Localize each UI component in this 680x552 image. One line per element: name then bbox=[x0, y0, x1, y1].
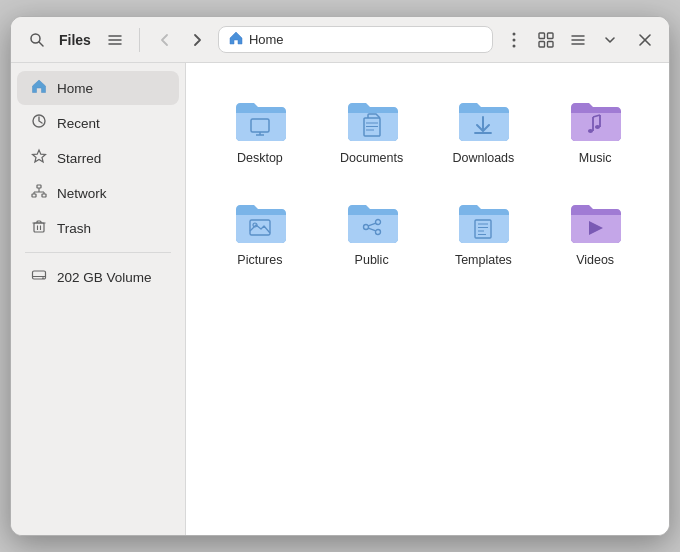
folder-icon-music bbox=[567, 93, 623, 145]
recent-icon bbox=[31, 113, 47, 133]
svg-line-1 bbox=[39, 42, 43, 46]
svg-marker-18 bbox=[33, 150, 46, 162]
file-grid: Desktop bbox=[206, 83, 649, 277]
svg-point-7 bbox=[513, 44, 516, 47]
back-button[interactable] bbox=[150, 25, 180, 55]
svg-point-32 bbox=[42, 277, 44, 279]
file-item-desktop[interactable]: Desktop bbox=[206, 83, 314, 175]
sidebar-item-starred[interactable]: Starred bbox=[17, 141, 179, 175]
sidebar: Home Recent Starred bbox=[11, 63, 186, 535]
main-content: Home Recent Starred bbox=[11, 63, 669, 535]
file-label-public: Public bbox=[355, 253, 389, 267]
close-button[interactable] bbox=[631, 26, 659, 54]
file-label-documents: Documents bbox=[340, 151, 403, 165]
more-icon bbox=[512, 32, 516, 48]
folder-icon-desktop bbox=[232, 93, 288, 145]
svg-rect-20 bbox=[32, 194, 36, 197]
main-window: Files bbox=[10, 16, 670, 536]
back-icon bbox=[158, 33, 172, 47]
forward-icon bbox=[190, 33, 204, 47]
file-label-desktop: Desktop bbox=[237, 151, 283, 165]
file-item-documents[interactable]: Documents bbox=[318, 83, 426, 175]
sidebar-item-network[interactable]: Network bbox=[17, 176, 179, 210]
folder-icon-public bbox=[344, 195, 400, 247]
svg-point-5 bbox=[513, 32, 516, 35]
drive-icon bbox=[31, 267, 47, 287]
home-icon bbox=[31, 78, 47, 98]
file-item-videos[interactable]: Videos bbox=[541, 185, 649, 277]
file-item-downloads[interactable]: Downloads bbox=[430, 83, 538, 175]
file-label-videos: Videos bbox=[576, 253, 614, 267]
toolbar-separator bbox=[139, 28, 140, 52]
sidebar-item-trash-label: Trash bbox=[57, 221, 91, 236]
dropdown-button[interactable] bbox=[595, 25, 625, 55]
svg-point-6 bbox=[513, 38, 516, 41]
file-item-music[interactable]: Music bbox=[541, 83, 649, 175]
file-item-public[interactable]: Public bbox=[318, 185, 426, 277]
svg-rect-26 bbox=[34, 223, 44, 232]
chevron-down-icon bbox=[604, 34, 616, 46]
sidebar-item-recent[interactable]: Recent bbox=[17, 106, 179, 140]
file-label-pictures: Pictures bbox=[237, 253, 282, 267]
search-button[interactable] bbox=[21, 24, 53, 56]
file-label-music: Music bbox=[579, 151, 612, 165]
star-icon bbox=[31, 148, 47, 168]
sidebar-item-home[interactable]: Home bbox=[17, 71, 179, 105]
svg-rect-10 bbox=[539, 41, 545, 47]
svg-rect-19 bbox=[37, 185, 41, 188]
sidebar-item-starred-label: Starred bbox=[57, 151, 101, 166]
zoom-icon bbox=[538, 32, 554, 48]
sidebar-item-network-label: Network bbox=[57, 186, 107, 201]
search-icon bbox=[29, 32, 45, 48]
file-area: Desktop bbox=[186, 63, 669, 535]
trash-icon bbox=[31, 218, 47, 238]
hamburger-icon bbox=[107, 32, 123, 48]
folder-icon-pictures bbox=[232, 195, 288, 247]
folder-icon-videos bbox=[567, 195, 623, 247]
folder-icon-downloads bbox=[455, 93, 511, 145]
svg-rect-8 bbox=[539, 33, 545, 39]
sidebar-item-volume-label: 202 GB Volume bbox=[57, 270, 152, 285]
svg-rect-11 bbox=[548, 41, 554, 47]
list-view-button[interactable] bbox=[563, 25, 593, 55]
list-icon bbox=[570, 32, 586, 48]
address-bar-text: Home bbox=[249, 32, 284, 47]
address-bar[interactable]: Home bbox=[218, 26, 493, 53]
address-home-icon bbox=[229, 31, 243, 48]
hamburger-button[interactable] bbox=[101, 26, 129, 54]
toolbar-actions bbox=[499, 25, 625, 55]
file-item-templates[interactable]: Templates bbox=[430, 185, 538, 277]
file-item-pictures[interactable]: Pictures bbox=[206, 185, 314, 277]
sidebar-item-recent-label: Recent bbox=[57, 116, 100, 131]
toolbar: Files bbox=[11, 17, 669, 63]
svg-rect-9 bbox=[548, 33, 554, 39]
file-label-templates: Templates bbox=[455, 253, 512, 267]
folder-icon-documents bbox=[344, 93, 400, 145]
sidebar-divider bbox=[25, 252, 171, 253]
close-icon bbox=[639, 34, 651, 46]
sidebar-item-volume[interactable]: 202 GB Volume bbox=[17, 260, 179, 294]
nav-buttons bbox=[150, 25, 212, 55]
more-options-button[interactable] bbox=[499, 25, 529, 55]
svg-rect-21 bbox=[42, 194, 46, 197]
folder-icon-templates bbox=[455, 195, 511, 247]
zoom-button[interactable] bbox=[531, 25, 561, 55]
sidebar-item-home-label: Home bbox=[57, 81, 93, 96]
network-icon bbox=[31, 183, 47, 203]
forward-button[interactable] bbox=[182, 25, 212, 55]
file-label-downloads: Downloads bbox=[452, 151, 514, 165]
sidebar-item-trash[interactable]: Trash bbox=[17, 211, 179, 245]
app-title: Files bbox=[59, 32, 91, 48]
